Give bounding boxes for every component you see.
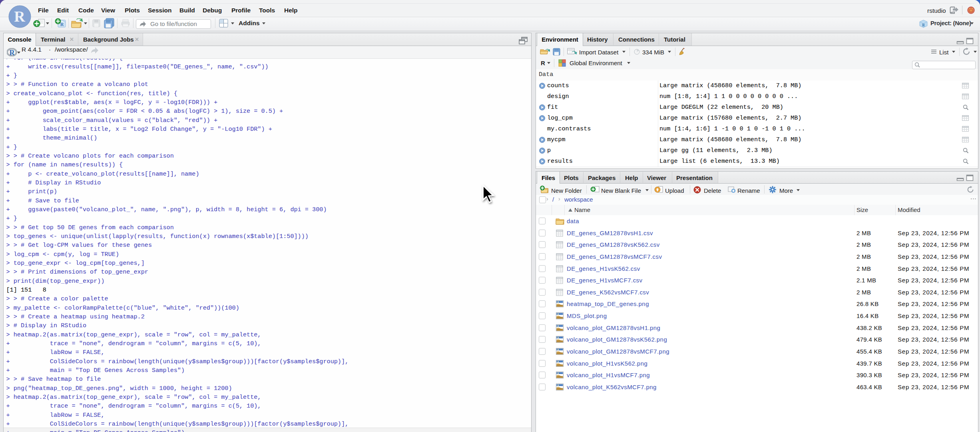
svg-text:R: R [14, 8, 25, 25]
svg-text:R: R [10, 49, 15, 57]
svg-text:R: R [922, 23, 925, 27]
svg-text:R: R [60, 22, 64, 27]
